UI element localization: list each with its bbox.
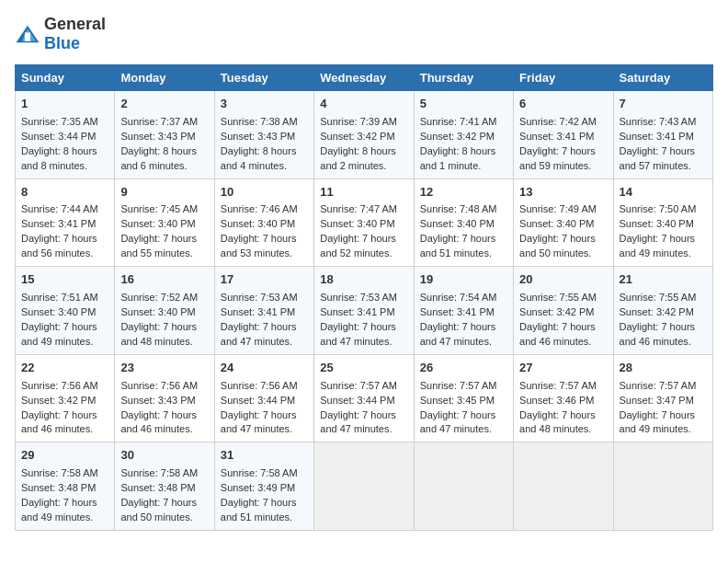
daylight-label: Daylight: 8 hours and 8 minutes. xyxy=(21,145,97,171)
sunrise-label: Sunrise: 7:47 AM xyxy=(320,203,397,214)
sunset-label: Sunset: 3:49 PM xyxy=(221,482,295,493)
calendar-cell xyxy=(314,442,414,531)
day-number: 23 xyxy=(120,360,208,377)
daylight-label: Daylight: 7 hours and 56 minutes. xyxy=(21,233,97,259)
calendar-cell: 16Sunrise: 7:52 AMSunset: 3:40 PMDayligh… xyxy=(115,267,214,355)
daylight-label: Daylight: 7 hours and 46 minutes. xyxy=(21,409,97,435)
calendar-cell: 2Sunrise: 7:37 AMSunset: 3:43 PMDaylight… xyxy=(115,91,214,179)
calendar-cell: 13Sunrise: 7:49 AMSunset: 3:40 PMDayligh… xyxy=(514,178,613,267)
week-row-4: 22Sunrise: 7:56 AMSunset: 3:42 PMDayligh… xyxy=(16,354,713,442)
logo: General Blue xyxy=(15,15,106,53)
calendar-cell: 8Sunrise: 7:44 AMSunset: 3:41 PMDaylight… xyxy=(16,178,115,267)
calendar-cell: 3Sunrise: 7:38 AMSunset: 3:43 PMDaylight… xyxy=(214,91,313,179)
sunrise-label: Sunrise: 7:37 AM xyxy=(120,116,198,127)
day-number: 21 xyxy=(620,271,707,289)
sunrise-label: Sunrise: 7:35 AM xyxy=(21,116,98,127)
calendar-header: SundayMondayTuesdayWednesdayThursdayFrid… xyxy=(16,65,713,91)
calendar-cell: 11Sunrise: 7:47 AMSunset: 3:40 PMDayligh… xyxy=(314,178,414,267)
daylight-label: Daylight: 8 hours and 2 minutes. xyxy=(320,145,396,171)
daylight-label: Daylight: 7 hours and 57 minutes. xyxy=(620,145,696,171)
calendar-cell: 14Sunrise: 7:50 AMSunset: 3:40 PMDayligh… xyxy=(613,178,712,267)
sunset-label: Sunset: 3:40 PM xyxy=(21,306,96,317)
day-number: 11 xyxy=(320,184,407,201)
sunset-label: Sunset: 3:42 PM xyxy=(21,395,96,406)
calendar-cell xyxy=(514,442,613,531)
sunrise-label: Sunrise: 7:57 AM xyxy=(519,380,597,391)
sunrise-label: Sunrise: 7:55 AM xyxy=(620,292,697,303)
header-cell-sunday: Sunday xyxy=(16,65,115,91)
day-number: 25 xyxy=(320,360,407,377)
calendar-cell: 18Sunrise: 7:53 AMSunset: 3:41 PMDayligh… xyxy=(314,267,414,355)
calendar-body: 1Sunrise: 7:35 AMSunset: 3:44 PMDaylight… xyxy=(16,91,713,531)
sunset-label: Sunset: 3:46 PM xyxy=(519,395,594,406)
day-number: 24 xyxy=(221,360,308,377)
sunrise-label: Sunrise: 7:38 AM xyxy=(221,116,298,127)
daylight-label: Daylight: 7 hours and 52 minutes. xyxy=(320,233,396,259)
day-number: 14 xyxy=(620,184,707,201)
header-cell-saturday: Saturday xyxy=(613,65,712,91)
logo-text: General Blue xyxy=(44,15,106,53)
sunrise-label: Sunrise: 7:56 AM xyxy=(21,380,98,391)
calendar-cell: 31Sunrise: 7:58 AMSunset: 3:49 PMDayligh… xyxy=(214,442,313,531)
week-row-3: 15Sunrise: 7:51 AMSunset: 3:40 PMDayligh… xyxy=(16,267,713,355)
sunrise-label: Sunrise: 7:55 AM xyxy=(519,292,597,303)
sunrise-label: Sunrise: 7:54 AM xyxy=(420,292,497,303)
calendar-cell: 24Sunrise: 7:56 AMSunset: 3:44 PMDayligh… xyxy=(214,354,313,442)
calendar-cell: 10Sunrise: 7:46 AMSunset: 3:40 PMDayligh… xyxy=(214,178,313,267)
day-number: 3 xyxy=(221,96,308,113)
daylight-label: Daylight: 7 hours and 50 minutes. xyxy=(120,497,197,523)
calendar-cell xyxy=(613,442,712,531)
logo-general: General xyxy=(44,15,106,33)
day-number: 8 xyxy=(21,184,108,201)
sunset-label: Sunset: 3:48 PM xyxy=(120,482,195,493)
sunset-label: Sunset: 3:40 PM xyxy=(120,306,195,317)
sunrise-label: Sunrise: 7:53 AM xyxy=(320,292,397,303)
sunrise-label: Sunrise: 7:45 AM xyxy=(120,203,198,214)
sunrise-label: Sunrise: 7:56 AM xyxy=(120,380,198,391)
sunset-label: Sunset: 3:40 PM xyxy=(620,218,694,229)
sunset-label: Sunset: 3:40 PM xyxy=(320,218,394,229)
daylight-label: Daylight: 7 hours and 49 minutes. xyxy=(620,233,696,259)
logo-blue: Blue xyxy=(44,34,80,52)
week-row-5: 29Sunrise: 7:58 AMSunset: 3:48 PMDayligh… xyxy=(16,442,713,531)
sunset-label: Sunset: 3:41 PM xyxy=(420,306,495,317)
daylight-label: Daylight: 7 hours and 51 minutes. xyxy=(420,233,496,259)
sunrise-label: Sunrise: 7:44 AM xyxy=(21,203,98,214)
day-number: 22 xyxy=(21,360,108,377)
sunset-label: Sunset: 3:44 PM xyxy=(221,395,295,406)
sunset-label: Sunset: 3:42 PM xyxy=(620,306,694,317)
sunrise-label: Sunrise: 7:43 AM xyxy=(620,116,697,127)
day-number: 18 xyxy=(320,271,407,289)
day-number: 31 xyxy=(221,447,308,465)
sunset-label: Sunset: 3:43 PM xyxy=(120,131,195,142)
sunset-label: Sunset: 3:47 PM xyxy=(620,395,694,406)
day-number: 26 xyxy=(420,360,507,377)
sunrise-label: Sunrise: 7:49 AM xyxy=(519,203,597,214)
page-header: General Blue xyxy=(15,15,713,53)
calendar-cell: 25Sunrise: 7:57 AMSunset: 3:44 PMDayligh… xyxy=(314,354,414,442)
sunrise-label: Sunrise: 7:57 AM xyxy=(620,380,697,391)
calendar-cell: 30Sunrise: 7:58 AMSunset: 3:48 PMDayligh… xyxy=(115,442,214,531)
calendar-cell: 29Sunrise: 7:58 AMSunset: 3:48 PMDayligh… xyxy=(16,442,115,531)
daylight-label: Daylight: 7 hours and 46 minutes. xyxy=(620,321,696,347)
sunset-label: Sunset: 3:42 PM xyxy=(519,306,594,317)
sunrise-label: Sunrise: 7:50 AM xyxy=(620,203,697,214)
day-number: 7 xyxy=(620,96,707,113)
day-number: 20 xyxy=(519,271,607,289)
header-cell-friday: Friday xyxy=(514,65,613,91)
day-number: 29 xyxy=(21,447,108,465)
calendar-cell: 5Sunrise: 7:41 AMSunset: 3:42 PMDaylight… xyxy=(414,91,513,179)
day-number: 16 xyxy=(120,271,208,289)
sunrise-label: Sunrise: 7:39 AM xyxy=(320,116,397,127)
calendar-cell: 21Sunrise: 7:55 AMSunset: 3:42 PMDayligh… xyxy=(613,267,712,355)
svg-rect-2 xyxy=(25,32,30,40)
sunset-label: Sunset: 3:48 PM xyxy=(21,482,96,493)
sunrise-label: Sunrise: 7:48 AM xyxy=(420,203,497,214)
daylight-label: Daylight: 8 hours and 4 minutes. xyxy=(221,145,297,171)
sunset-label: Sunset: 3:43 PM xyxy=(221,131,295,142)
week-row-1: 1Sunrise: 7:35 AMSunset: 3:44 PMDaylight… xyxy=(16,91,713,179)
daylight-label: Daylight: 7 hours and 53 minutes. xyxy=(221,233,297,259)
daylight-label: Daylight: 7 hours and 47 minutes. xyxy=(221,409,297,435)
sunset-label: Sunset: 3:40 PM xyxy=(519,218,594,229)
sunset-label: Sunset: 3:44 PM xyxy=(320,395,394,406)
